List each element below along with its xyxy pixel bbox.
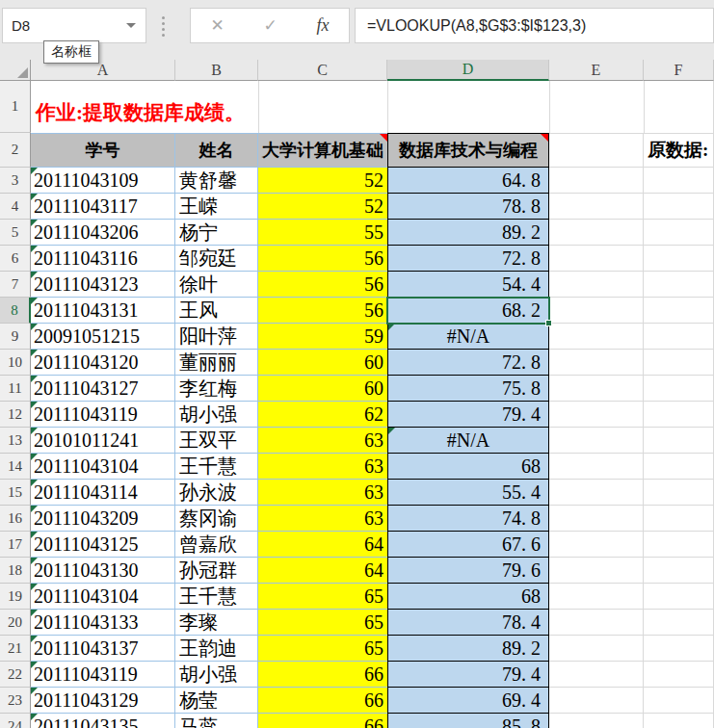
cell-E14[interactable] xyxy=(549,454,644,480)
cell-B21[interactable]: 王韵迪 xyxy=(175,636,258,662)
cell-D3[interactable]: 64. 8 xyxy=(387,168,549,194)
cell-F19[interactable] xyxy=(644,584,714,610)
cell-A24[interactable]: 20111043135 xyxy=(31,714,175,728)
cell-E5[interactable] xyxy=(549,220,644,246)
row-header-18[interactable]: 18 xyxy=(0,558,31,584)
insert-function-icon[interactable]: fx xyxy=(317,15,330,36)
column-header-D[interactable]: D xyxy=(387,60,549,81)
cell-F9[interactable] xyxy=(644,324,714,350)
cell-C18[interactable]: 64 xyxy=(258,558,387,584)
row-header-15[interactable]: 15 xyxy=(0,480,31,506)
cell-B10[interactable]: 董丽丽 xyxy=(175,350,258,376)
cell-B16[interactable]: 蔡冈谕 xyxy=(175,506,258,532)
cell-E2[interactable] xyxy=(549,133,644,168)
row-header-21[interactable]: 21 xyxy=(0,636,31,662)
cell-A3[interactable]: 20111043109 xyxy=(31,168,175,194)
cell-B11[interactable]: 李红梅 xyxy=(175,376,258,402)
row-header-10[interactable]: 10 xyxy=(0,350,31,376)
cell-E10[interactable] xyxy=(549,350,644,376)
cell-D5[interactable]: 89. 2 xyxy=(387,220,549,246)
cell-C2-header[interactable]: 大学计算机基础 xyxy=(258,133,387,168)
row-header-19[interactable]: 19 xyxy=(0,584,31,610)
cell-C5[interactable]: 55 xyxy=(258,220,387,246)
cell-E16[interactable] xyxy=(549,506,644,532)
row-header-6[interactable]: 6 xyxy=(0,246,31,272)
cell-C21[interactable]: 65 xyxy=(258,636,387,662)
cell-F13[interactable] xyxy=(644,428,714,454)
cell-E17[interactable] xyxy=(549,532,644,558)
cell-A2-header[interactable]: 学号 xyxy=(31,133,175,168)
formula-input[interactable]: =VLOOKUP(A8,$G$3:$I$123,3) xyxy=(355,8,714,43)
row-header-5[interactable]: 5 xyxy=(0,220,31,246)
cell-D24[interactable]: 85. 8 xyxy=(387,714,549,728)
cell-E19[interactable] xyxy=(549,584,644,610)
cell-B9[interactable]: 阳叶萍 xyxy=(175,324,258,350)
cell-F5[interactable] xyxy=(644,220,714,246)
cell-A10[interactable]: 20111043120 xyxy=(31,350,175,376)
cell-C17[interactable]: 64 xyxy=(258,532,387,558)
cell-A22[interactable]: 20111043119 xyxy=(31,662,175,688)
cell-F20[interactable] xyxy=(644,610,714,636)
cell-D8[interactable]: 68. 2 xyxy=(387,298,549,324)
cell-F10[interactable] xyxy=(644,350,714,376)
cell-A14[interactable]: 20111043104 xyxy=(31,454,175,480)
cell-F18[interactable] xyxy=(644,558,714,584)
cell-B23[interactable]: 杨莹 xyxy=(175,688,258,714)
cell-E24[interactable] xyxy=(549,714,644,728)
cell-D15[interactable]: 55. 4 xyxy=(387,480,549,506)
cell-D21[interactable]: 89. 2 xyxy=(387,636,549,662)
cell-F16[interactable] xyxy=(644,506,714,532)
cell-F2-side-note[interactable]: 原数据: xyxy=(644,133,714,168)
cell-C16[interactable]: 63 xyxy=(258,506,387,532)
cell-D22[interactable]: 79. 4 xyxy=(387,662,549,688)
cell-A20[interactable]: 20111043133 xyxy=(31,610,175,636)
row-header-13[interactable]: 13 xyxy=(0,428,31,454)
cell-D7[interactable]: 54. 4 xyxy=(387,272,549,298)
cell-E20[interactable] xyxy=(549,610,644,636)
cell-D23[interactable]: 69. 4 xyxy=(387,688,549,714)
cell-F8[interactable] xyxy=(644,298,714,324)
cell-C7[interactable]: 56 xyxy=(258,272,387,298)
row-header-17[interactable]: 17 xyxy=(0,532,31,558)
cell-F12[interactable] xyxy=(644,402,714,428)
row-header-1[interactable]: 1 xyxy=(0,81,31,133)
chevron-down-icon[interactable] xyxy=(126,23,136,28)
cell-C24[interactable]: 66 xyxy=(258,714,387,728)
cell-F6[interactable] xyxy=(644,246,714,272)
cell-E3[interactable] xyxy=(549,168,644,194)
fill-handle[interactable] xyxy=(545,320,552,326)
cell-F23[interactable] xyxy=(644,688,714,714)
confirm-icon[interactable]: ✓ xyxy=(263,15,277,36)
cell-E8[interactable] xyxy=(549,298,644,324)
cell-F17[interactable] xyxy=(644,532,714,558)
cell-B19[interactable]: 王千慧 xyxy=(175,584,258,610)
cell-C13[interactable]: 63 xyxy=(258,428,387,454)
cell-A15[interactable]: 20111043114 xyxy=(31,480,175,506)
cell-A8[interactable]: 20111043131 xyxy=(31,298,175,324)
cell-A9[interactable]: 20091051215 xyxy=(31,324,175,350)
cell-D16[interactable]: 74. 8 xyxy=(387,506,549,532)
column-header-C[interactable]: C xyxy=(258,60,387,81)
row-header-7[interactable]: 7 xyxy=(0,272,31,298)
cell-A11[interactable]: 20111043127 xyxy=(31,376,175,402)
row-header-16[interactable]: 16 xyxy=(0,506,31,532)
cell-D14[interactable]: 68 xyxy=(387,454,549,480)
cell-A6[interactable]: 20111043116 xyxy=(31,246,175,272)
column-header-E[interactable]: E xyxy=(549,60,644,81)
cell-B15[interactable]: 孙永波 xyxy=(175,480,258,506)
cell-C11[interactable]: 60 xyxy=(258,376,387,402)
cell-B14[interactable]: 王千慧 xyxy=(175,454,258,480)
cell-C9[interactable]: 59 xyxy=(258,324,387,350)
cell-E7[interactable] xyxy=(549,272,644,298)
cell-A12[interactable]: 20111043119 xyxy=(31,402,175,428)
cell-D9[interactable]: #N/A xyxy=(387,324,549,350)
cell-F11[interactable] xyxy=(644,376,714,402)
cell-C6[interactable]: 56 xyxy=(258,246,387,272)
row-header-11[interactable]: 11 xyxy=(0,376,31,402)
cell-F22[interactable] xyxy=(644,662,714,688)
cell-D19[interactable]: 68 xyxy=(387,584,549,610)
row-header-24[interactable]: 24 xyxy=(0,714,31,728)
row-header-14[interactable]: 14 xyxy=(0,454,31,480)
row-header-22[interactable]: 22 xyxy=(0,662,31,688)
cell-A16[interactable]: 20111043209 xyxy=(31,506,175,532)
